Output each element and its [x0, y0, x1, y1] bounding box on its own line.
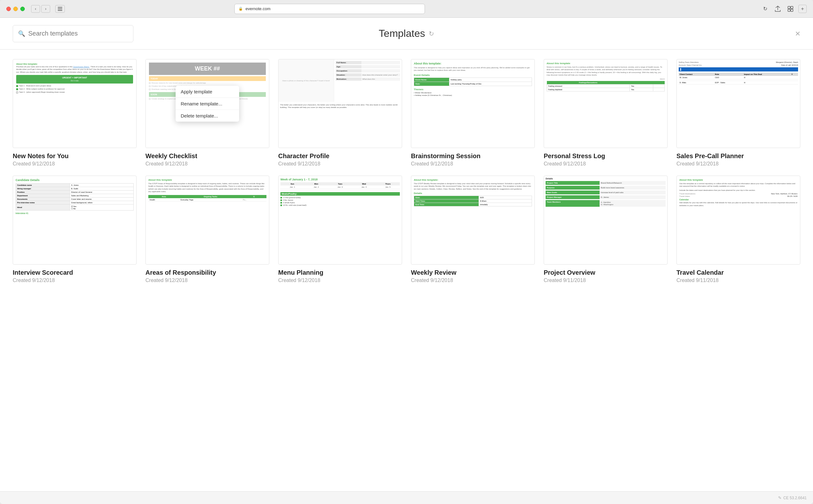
maximize-traffic-light[interactable] — [20, 7, 25, 11]
context-menu-delete[interactable]: Delete template... — [176, 110, 239, 122]
template-name-travel-calendar: Travel Calendar — [676, 269, 800, 276]
svg-rect-1 — [58, 9, 62, 9]
close-traffic-light[interactable] — [6, 7, 11, 11]
minimize-traffic-light[interactable] — [13, 7, 18, 11]
template-card-character-profile[interactable]: Have a photo or drawing of this characte… — [278, 59, 402, 167]
context-menu-rename[interactable]: Rename template... — [176, 98, 239, 110]
context-menu-overlay: Apply template Rename template... Delete… — [146, 59, 269, 148]
svg-rect-6 — [791, 9, 793, 11]
template-name-character-profile: Character Profile — [278, 152, 402, 160]
template-name-menu-planning: Menu Planning — [278, 269, 402, 276]
context-menu: Apply template Rename template... Delete… — [176, 86, 239, 122]
close-button[interactable]: × — [795, 29, 800, 38]
reload-button[interactable]: ↻ — [760, 4, 770, 13]
template-preview-weekly-review: About this template: The GTD® Weekly Rev… — [411, 176, 535, 265]
browser-actions: ↻ + — [760, 4, 807, 13]
back-button[interactable]: ‹ — [31, 5, 40, 13]
template-preview-menu-planning: Week of January 1 - 7, 2018 SunMonTuesWe… — [278, 176, 402, 265]
search-icon: 🔍 — [18, 30, 25, 37]
bottom-bar: ✎ CE 53.2.6641 — [0, 491, 813, 504]
template-name-stress-log: Personal Stress Log — [544, 152, 668, 160]
template-name-project-overview: Project Overview — [544, 269, 668, 276]
pencil-icon: ✎ — [778, 495, 782, 500]
template-name-weekly-checklist: Weekly Checklist — [145, 152, 269, 160]
template-card-brainstorming[interactable]: About this template: This template is de… — [411, 59, 535, 167]
template-date-travel-calendar: Created 9/11/2018 — [676, 278, 800, 283]
template-name-areas-responsibility: Areas of Responsibility — [145, 269, 269, 276]
template-card-interview-scorecard[interactable]: Candidate Details Candidate nameS. Jones… — [13, 176, 137, 283]
context-menu-apply[interactable]: Apply template — [176, 86, 239, 98]
templates-grid: About this template: Prioritize all your… — [13, 59, 800, 283]
template-date-weekly-checklist: Created 9/12/2018 — [145, 161, 269, 167]
template-preview-interview-scorecard: Candidate Details Candidate nameS. Jones… — [13, 176, 137, 265]
sidebar-button[interactable] — [55, 5, 65, 13]
svg-rect-0 — [58, 7, 62, 8]
template-date-new-notes: Created 9/12/2018 — [13, 161, 137, 167]
template-card-project-overview[interactable]: Details Project Title Brand Refresh/Rela… — [544, 176, 668, 283]
template-date-brainstorming: Created 9/12/2018 — [411, 161, 535, 167]
template-card-weekly-review[interactable]: About this template: The GTD® Weekly Rev… — [411, 176, 535, 283]
search-input[interactable] — [28, 30, 128, 37]
template-date-sales-precall: Created 9/12/2018 — [676, 161, 800, 167]
templates-grid-container[interactable]: About this template: Prioritize all your… — [0, 50, 813, 491]
search-box[interactable]: 🔍 — [13, 25, 133, 42]
url-bar[interactable]: 🔒 evernote.com — [234, 4, 425, 14]
template-card-new-notes[interactable]: About this template: Prioritize all your… — [13, 59, 137, 167]
nav-buttons: ‹ › — [31, 5, 50, 13]
template-preview-areas-responsibility: About this template The GTD® Areas of Re… — [145, 176, 269, 265]
templates-header: 🔍 Templates ↻ × — [0, 18, 813, 50]
template-card-stress-log[interactable]: About this template Stress is common in … — [544, 59, 668, 167]
titlebar: ‹ › 🔒 evernote.com ↻ + — [0, 0, 813, 18]
template-card-travel-calendar[interactable]: About this template Use this template as… — [676, 176, 800, 283]
template-preview-weekly-checklist: WEEK ## TODAY Discuss reasons for new br… — [145, 59, 269, 148]
template-name-weekly-review: Weekly Review — [411, 269, 535, 276]
svg-rect-4 — [791, 6, 793, 9]
template-name-sales-precall: Sales Pre-Call Planner — [676, 152, 800, 160]
template-date-areas-responsibility: Created 9/12/2018 — [145, 278, 269, 283]
template-name-brainstorming: Brainstorming Session — [411, 152, 535, 160]
share-button[interactable] — [773, 4, 783, 13]
template-date-character-profile: Created 9/12/2018 — [278, 161, 402, 167]
svg-rect-2 — [58, 10, 62, 11]
svg-rect-5 — [788, 9, 790, 11]
url-text: evernote.com — [245, 6, 271, 11]
template-date-interview-scorecard: Created 9/12/2018 — [13, 278, 137, 283]
header-title-area: Templates ↻ — [379, 28, 434, 39]
template-date-menu-planning: Created 9/12/2018 — [278, 278, 402, 283]
app-window: ‹ › 🔒 evernote.com ↻ + — [0, 0, 813, 504]
template-card-menu-planning[interactable]: Week of January 1 - 7, 2018 SunMonTuesWe… — [278, 176, 402, 283]
new-tab-button[interactable]: + — [798, 5, 807, 13]
template-card-areas-responsibility[interactable]: About this template The GTD® Areas of Re… — [145, 176, 269, 283]
lock-icon: 🔒 — [239, 7, 243, 11]
template-card-weekly-checklist[interactable]: WEEK ## TODAY Discuss reasons for new br… — [145, 59, 269, 167]
forward-button[interactable]: › — [41, 5, 50, 13]
template-date-weekly-review: Created 9/12/2018 — [411, 278, 535, 283]
template-date-stress-log: Created 9/12/2018 — [544, 161, 668, 167]
refresh-icon[interactable]: ↻ — [429, 30, 434, 37]
template-name-interview-scorecard: Interview Scorecard — [13, 269, 137, 276]
template-preview-new-notes: About this template: Prioritize all your… — [13, 59, 137, 148]
template-preview-sales-precall: Selling Team Attendees: Margaret (Direct… — [676, 59, 800, 148]
template-card-sales-precall[interactable]: Selling Team Attendees: Margaret (Direct… — [676, 59, 800, 167]
template-preview-character-profile: Have a photo or drawing of this characte… — [278, 59, 402, 148]
version-text: ✎ CE 53.2.6641 — [778, 495, 807, 500]
tab-overview-button[interactable] — [786, 4, 795, 13]
template-date-project-overview: Created 9/11/2018 — [544, 278, 668, 283]
svg-rect-3 — [788, 6, 790, 9]
app-content: 🔍 Templates ↻ × About this template: Pri… — [0, 18, 813, 504]
page-title: Templates — [379, 28, 425, 39]
template-name-new-notes: New Notes for You — [13, 152, 137, 160]
template-preview-stress-log: About this template Stress is common in … — [544, 59, 668, 148]
template-preview-brainstorming: About this template: This template is de… — [411, 59, 535, 148]
template-preview-project-overview: Details Project Title Brand Refresh/Rela… — [544, 176, 668, 265]
traffic-lights — [6, 7, 25, 11]
template-preview-travel-calendar: About this template Use this template as… — [676, 176, 800, 265]
version-label: CE 53.2.6641 — [783, 496, 807, 500]
